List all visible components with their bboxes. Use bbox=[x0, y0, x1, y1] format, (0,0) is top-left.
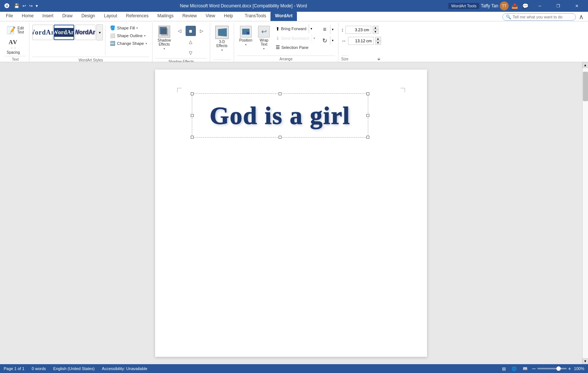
zoom-level[interactable]: 100% bbox=[574, 366, 584, 371]
align-btn[interactable]: ≡ bbox=[320, 24, 330, 35]
wordart-style-2[interactable]: WordArt bbox=[54, 25, 74, 40]
height-input[interactable] bbox=[345, 26, 371, 34]
scroll-up-btn[interactable]: ▲ bbox=[582, 62, 588, 68]
handle-bl[interactable] bbox=[191, 136, 194, 139]
language-indicator[interactable]: English (United States) bbox=[53, 366, 95, 371]
page-container[interactable]: God is a girl bbox=[0, 62, 582, 364]
tab-wordart[interactable]: WordArt bbox=[270, 12, 297, 21]
tab-layout[interactable]: Layout bbox=[100, 12, 122, 21]
wordart-style-3[interactable]: WordArt bbox=[75, 25, 96, 40]
change-shape-btn[interactable]: 🔤 Change Shape ▾ bbox=[108, 40, 149, 47]
wordart-text-content: God is a girl bbox=[209, 101, 350, 130]
tab-draw[interactable]: Draw bbox=[58, 12, 77, 21]
tab-references[interactable]: References bbox=[122, 12, 153, 21]
document-page: God is a girl bbox=[155, 70, 427, 357]
spacing-label: Spacing bbox=[7, 50, 20, 54]
minimize-btn[interactable]: ─ bbox=[531, 0, 548, 12]
scroll-track[interactable] bbox=[582, 68, 588, 358]
handle-bc[interactable] bbox=[279, 136, 282, 139]
handle-tl[interactable] bbox=[191, 92, 194, 95]
zoom-thumb[interactable] bbox=[556, 366, 561, 371]
shadow-nudge-left-btn[interactable]: ◁ bbox=[175, 26, 185, 36]
tab-design[interactable]: Design bbox=[77, 12, 99, 21]
word-icon: 🅦 bbox=[3, 2, 11, 10]
zoom-out-btn[interactable]: ─ bbox=[532, 366, 536, 372]
comments-icon[interactable]: 💬 bbox=[521, 2, 530, 10]
wordart-object[interactable]: God is a girl bbox=[192, 93, 368, 138]
selection-pane-label: Selection Pane bbox=[281, 45, 308, 50]
shadow-effects-btn[interactable]: ShadowEffects ▾ bbox=[155, 24, 173, 52]
rotate-btn[interactable]: ↻ bbox=[320, 35, 330, 46]
align-arrow[interactable]: ▾ bbox=[330, 25, 335, 34]
wordart-style-1[interactable]: WordArt bbox=[32, 25, 53, 40]
size-expand-btn[interactable]: ⬙ bbox=[377, 56, 381, 61]
share-icon[interactable]: 📤 bbox=[510, 2, 519, 10]
send-backward-btn[interactable]: ⬇ Send Backward bbox=[273, 35, 311, 42]
zoom-in-btn[interactable]: + bbox=[568, 366, 571, 372]
width-down-btn[interactable]: ▼ bbox=[375, 41, 381, 45]
zoom-track[interactable] bbox=[537, 368, 567, 369]
edit-text-icon: 📝 bbox=[7, 26, 16, 35]
position-btn[interactable]: Position ▾ bbox=[237, 24, 255, 48]
handle-br[interactable] bbox=[366, 136, 369, 139]
send-backward-arrow[interactable]: ▾ bbox=[312, 34, 317, 43]
scroll-down-btn[interactable]: ▼ bbox=[582, 358, 588, 364]
shadow-nudge-down-btn[interactable]: ▽ bbox=[186, 48, 196, 58]
accessibility-status[interactable]: Accessibility: Unavailable bbox=[102, 366, 147, 371]
shape-fill-arrow[interactable]: ▾ bbox=[136, 26, 138, 30]
tab-mailings[interactable]: Mailings bbox=[153, 12, 178, 21]
rotate-arrow[interactable]: ▾ bbox=[330, 36, 335, 45]
bring-forward-icon: ⬆ bbox=[276, 26, 280, 32]
handle-tr[interactable] bbox=[366, 92, 369, 95]
bring-forward-arrow[interactable]: ▾ bbox=[309, 24, 314, 33]
web-layout-btn[interactable]: 🌐 bbox=[510, 366, 518, 372]
3d-effects-btn[interactable]: 3-DEffects ▾ bbox=[213, 24, 231, 53]
tab-review[interactable]: Review bbox=[178, 12, 201, 21]
handle-tc[interactable] bbox=[279, 92, 282, 95]
selection-pane-btn[interactable]: ☰ Selection Pane bbox=[273, 43, 311, 51]
save-btn[interactable]: 💾 bbox=[13, 3, 20, 9]
position-arrow[interactable]: ▾ bbox=[245, 43, 247, 46]
customize-btn[interactable]: ▾ bbox=[35, 3, 39, 9]
scroll-thumb[interactable] bbox=[583, 72, 588, 101]
width-up-btn[interactable]: ▲ bbox=[375, 37, 381, 41]
tab-home[interactable]: Home bbox=[17, 12, 38, 21]
tab-help[interactable]: Help bbox=[219, 12, 237, 21]
shadow-toggle-btn[interactable]: ◼ bbox=[186, 26, 196, 36]
width-input[interactable] bbox=[348, 37, 374, 45]
wrap-text-arrow[interactable]: ▾ bbox=[263, 47, 265, 50]
shadow-effects-arrow[interactable]: ▾ bbox=[164, 47, 165, 50]
tab-file[interactable]: File bbox=[1, 12, 17, 21]
status-right: ▤ 🌐 📖 ─ + 100% bbox=[501, 366, 584, 372]
change-shape-arrow[interactable]: ▾ bbox=[146, 42, 147, 45]
bring-forward-btn[interactable]: ⬆ Bring Forward bbox=[273, 25, 308, 33]
edit-text-btn[interactable]: 📝 EditText bbox=[4, 24, 26, 36]
handle-ml[interactable] bbox=[191, 114, 194, 117]
tab-insert[interactable]: Insert bbox=[38, 12, 58, 21]
height-up-btn[interactable]: ▲ bbox=[373, 26, 379, 30]
spacing-btn[interactable]: AV ←→ Spacing bbox=[4, 38, 22, 56]
shape-outline-arrow[interactable]: ▾ bbox=[144, 34, 146, 38]
ribbon-collapse-btn[interactable]: ∧ bbox=[579, 13, 584, 21]
user-avatar[interactable]: TT bbox=[500, 1, 509, 10]
undo-btn[interactable]: ↩ bbox=[22, 3, 27, 9]
help-search[interactable]: 🔍 bbox=[502, 13, 576, 21]
shape-fill-btn[interactable]: 🪣 Shape Fill ▾ bbox=[108, 24, 149, 32]
redo-btn[interactable]: ↪ bbox=[28, 3, 33, 9]
close-btn[interactable]: ✕ bbox=[568, 0, 585, 12]
shape-outline-btn[interactable]: ⬜ Shape Outline ▾ bbox=[108, 32, 149, 39]
read-mode-btn[interactable]: 📖 bbox=[521, 366, 529, 372]
tab-view[interactable]: View bbox=[201, 12, 220, 21]
shadow-nudge-up-btn[interactable]: △ bbox=[186, 37, 196, 47]
3d-effects-arrow[interactable]: ▾ bbox=[221, 49, 223, 52]
height-down-btn[interactable]: ▼ bbox=[373, 30, 379, 34]
handle-mr[interactable] bbox=[366, 114, 369, 117]
wrap-text-btn[interactable]: ↩ WrapText ▾ bbox=[256, 24, 272, 52]
print-layout-btn[interactable]: ▤ bbox=[501, 366, 507, 372]
wordart-styles-dropdown[interactable]: ▾ bbox=[96, 24, 103, 40]
tab-transtools[interactable]: TransTools bbox=[240, 12, 270, 21]
restore-btn[interactable]: ❐ bbox=[550, 0, 567, 12]
word-count: 0 words bbox=[32, 366, 46, 371]
shadow-nudge-right-btn[interactable]: ▷ bbox=[197, 26, 207, 36]
search-input[interactable] bbox=[513, 15, 568, 19]
